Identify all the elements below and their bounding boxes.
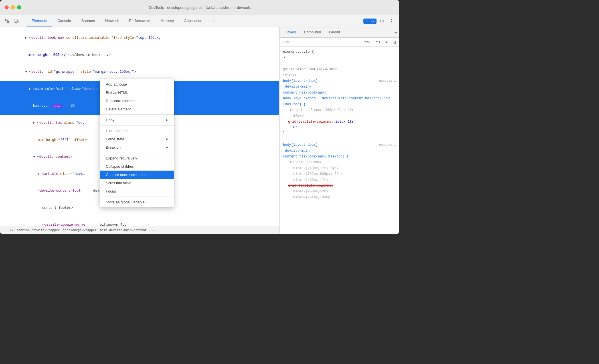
inspect-icon[interactable] [3,17,11,25]
tab-elements[interactable]: Elements [27,15,52,27]
styles-tabs: Styles Computed Layout » [280,27,399,38]
tab-sources[interactable]: Sources [76,15,100,27]
ctx-arrow: ▶ [166,118,168,122]
svg-rect-2 [18,20,19,22]
cls-button[interactable]: .cls [374,40,381,45]
svg-rect-0 [5,19,7,21]
filter-icons: + ◁ [383,39,397,45]
filter-input[interactable] [282,40,360,44]
css-rule-media-1: @media screen and (max-width: 1252px) bo… [283,66,396,136]
dom-line[interactable]: ▼ <section id="gc-wrapper" style="margin… [0,64,279,81]
ctx-collapse-children[interactable]: Collapse children [100,162,174,171]
tab-layout[interactable]: Layout [325,27,344,37]
device-toggle-icon[interactable] [13,17,21,25]
ctx-hide-element[interactable]: Hide element [100,127,174,135]
tab-more[interactable]: » [207,15,220,27]
more-options-button[interactable]: ⋮ [387,17,396,25]
ctx-add-attribute[interactable]: Add attribute [100,80,174,88]
toolbar-icon-group [1,17,27,25]
tab-memory[interactable]: Memory [155,15,179,27]
css-rule-element-style: element.style { } [283,49,396,61]
settings-button[interactable]: ⚙ [378,17,386,25]
ctx-force-state[interactable]: Force state ▶ [100,135,174,143]
toolbar-tabs: Elements Console Sources Network Perform… [27,15,220,27]
breadcrumb-dots: ... [2,228,8,232]
breadcrumb-section-wrapper[interactable]: section.devsite-wrapper [17,228,60,232]
ctx-edit-as-html[interactable]: Edit as HTML [100,88,174,97]
ctx-divider [100,153,174,153]
toolbar-right: 🔵 17 ⚙ ⋮ [363,17,398,25]
traffic-lights [5,5,21,9]
toggle-sidebar-button[interactable]: ◁ [391,39,397,45]
breadcrumb-more[interactable]: ... [150,228,155,232]
ctx-divider [100,197,174,197]
ctx-arrow: ▶ [166,145,168,149]
ctx-focus[interactable]: Focus [100,187,174,195]
elements-panel: ▶ <devsite-book-nav scrollbars animatabl… [0,27,280,234]
ctx-capture-screenshot[interactable]: Capture node screenshot [100,171,174,179]
breadcrumb-main-content[interactable]: main.devsite-main-content [100,228,147,232]
badge-count: 17 [371,19,375,23]
window-title: DevTools - developers.google.com/web/too… [149,5,251,10]
tab-network[interactable]: Network [100,15,124,27]
close-button[interactable] [5,5,9,9]
css-rule-2: body[layout=docs] app.css:1 .devsite-mai… [283,142,396,200]
notifications-badge[interactable]: 🔵 17 [363,19,377,24]
ctx-divider [100,114,174,115]
ctx-duplicate-element[interactable]: Duplicate element [100,97,174,105]
minimize-button[interactable] [11,5,15,9]
styles-content[interactable]: element.style { } @media screen and (max… [280,47,399,234]
title-bar: DevTools - developers.google.com/web/too… [0,0,399,15]
tab-performance[interactable]: Performance [124,15,155,27]
breadcrumb-ly[interactable]: ly [10,228,13,232]
dom-line[interactable]: ▶ <devsite-book-nav scrollbars animatabl… [0,30,279,47]
tab-styles[interactable]: Styles [282,27,300,37]
styles-filter-row: :hov .cls + ◁ [280,38,399,47]
dom-line[interactable]: max-height: 695px;">…</devsite-book-nav> [0,47,279,64]
dom-line[interactable]: <devsite-google-surve j5ifxusvvmr4pp [0,217,279,226]
hov-button[interactable]: :hov [363,40,371,45]
devtools-window: Elements Console Sources Network Perform… [0,15,399,234]
context-menu: Add attribute Edit as HTML Duplicate ele… [100,79,174,208]
ctx-arrow: ▶ [166,137,168,141]
tab-computed[interactable]: Computed [300,27,325,37]
ctx-scroll-into-view[interactable]: Scroll into view [100,179,174,187]
breadcrumb-gc-wrapper[interactable]: section#gc-wrapper [63,228,97,232]
devtools-toolbar: Elements Console Sources Network Perform… [0,15,399,27]
tab-application[interactable]: Application [179,15,208,27]
breadcrumb: ... ly section.devsite-wrapper section#g… [0,226,279,234]
svg-rect-1 [15,19,17,23]
toolbar-divider [23,18,23,25]
ctx-expand-recursively[interactable]: Expand recursively [100,154,174,162]
styles-panel: Styles Computed Layout » :hov .cls + ◁ e [280,27,399,234]
ctx-break-on[interactable]: Break on ▶ [100,143,174,151]
tab-console[interactable]: Console [52,15,76,27]
ctx-copy[interactable]: Copy ▶ [100,116,174,124]
styles-more-button[interactable]: » [394,30,397,35]
main-content: ▶ <devsite-book-nav scrollbars animatabl… [0,27,399,234]
badge-icon: 🔵 [365,19,370,23]
ctx-divider [100,125,174,126]
add-style-button[interactable]: + [383,39,390,45]
ctx-store-as-global[interactable]: Store as global variable [100,198,174,206]
maximize-button[interactable] [17,5,21,9]
ctx-delete-element[interactable]: Delete element [100,105,174,113]
